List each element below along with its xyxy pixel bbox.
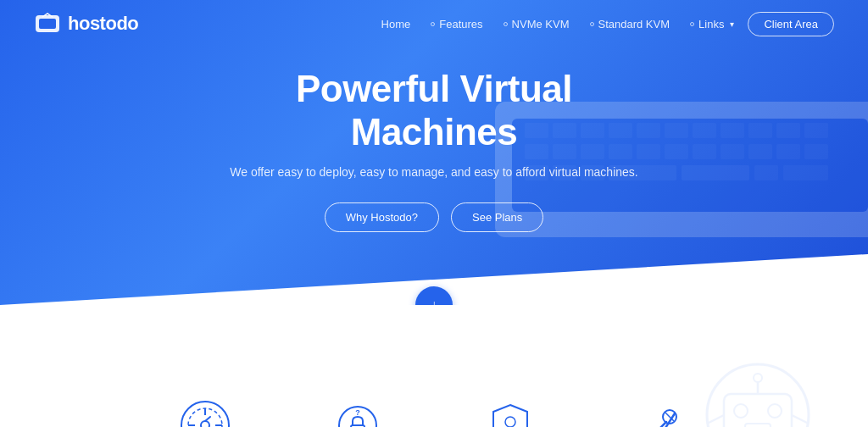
- logo-icon: [34, 12, 61, 36]
- client-area-button[interactable]: Client Area: [748, 12, 834, 36]
- nav-dot: [504, 22, 508, 26]
- see-plans-button[interactable]: See Plans: [451, 202, 543, 232]
- svg-point-48: [505, 417, 515, 427]
- nav-home[interactable]: Home: [381, 18, 411, 30]
- nav-links-dropdown[interactable]: Links ▾: [690, 18, 734, 30]
- navbar: hostodo Home Features NVMe KVM Standard …: [0, 0, 868, 47]
- feature-high-performance: High Performance: [129, 398, 281, 427]
- decorative-cloud-icon: [665, 356, 851, 427]
- performance-icon: [178, 398, 232, 427]
- svg-line-42: [205, 417, 210, 421]
- svg-line-61: [707, 415, 724, 424]
- hero-buttons: Why Hostodo? See Plans: [325, 202, 544, 232]
- nav-dot: [690, 22, 694, 26]
- chevron-down-icon: ↓: [431, 298, 437, 305]
- why-hostodo-button[interactable]: Why Hostodo?: [325, 202, 439, 232]
- nav-standard-kvm[interactable]: Standard KVM: [590, 18, 670, 30]
- features-section: High Performance ? Full IPv6 Support: [0, 305, 868, 427]
- nav-dot: [590, 22, 594, 26]
- hero-subtitle: We offer easy to deploy, easy to manage,…: [230, 165, 637, 179]
- nav-links: Home Features NVMe KVM Standard KVM Link…: [381, 18, 735, 30]
- svg-rect-33: [39, 19, 56, 29]
- svg-point-56: [734, 404, 748, 418]
- feature-custom-iso: Custom ISO Support: [434, 398, 587, 427]
- nav-nvme-kvm[interactable]: NVMe KVM: [504, 18, 570, 30]
- svg-rect-58: [745, 424, 771, 427]
- svg-point-57: [768, 404, 782, 418]
- nav-features[interactable]: Features: [431, 18, 482, 30]
- svg-point-37: [201, 421, 209, 427]
- svg-text:?: ?: [355, 408, 360, 417]
- dropdown-arrow-icon: ▾: [730, 19, 734, 29]
- hero-title: Powerful Virtual Machines: [296, 68, 572, 153]
- nav-dot: [431, 22, 435, 26]
- logo-text: hostodo: [68, 13, 138, 35]
- svg-line-62: [792, 415, 809, 424]
- svg-point-60: [754, 374, 762, 382]
- feature-full-ipv6: ? Full IPv6 Support: [281, 398, 434, 427]
- ipv6-icon: ?: [331, 398, 385, 427]
- logo[interactable]: hostodo: [34, 12, 138, 36]
- iso-icon: [483, 398, 537, 427]
- hero-section: hostodo Home Features NVMe KVM Standard …: [0, 0, 868, 305]
